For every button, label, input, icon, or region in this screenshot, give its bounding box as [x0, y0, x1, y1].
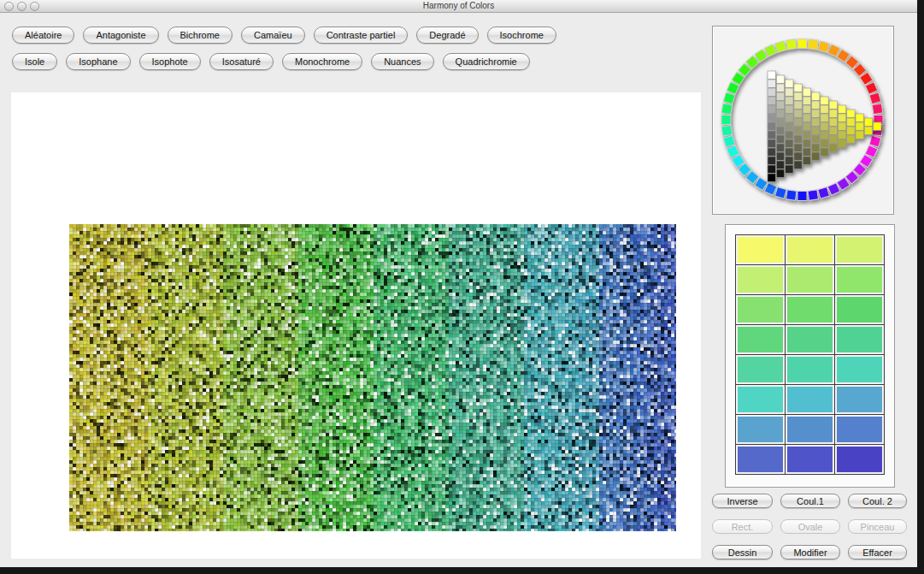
shade-swatch[interactable] [794, 92, 802, 100]
shade-swatch[interactable] [776, 109, 784, 117]
shade-swatch[interactable] [768, 97, 775, 104]
shade-swatch[interactable] [786, 122, 793, 130]
action-button-inverse[interactable]: Inverse [712, 494, 773, 508]
shade-swatch[interactable] [838, 105, 845, 113]
shade-swatch[interactable] [838, 114, 845, 121]
shade-swatch[interactable] [838, 131, 845, 139]
shade-swatch[interactable] [829, 118, 837, 126]
toolbar-button-isosature[interactable]: Isosaturé [209, 53, 274, 70]
shade-swatch[interactable] [821, 105, 828, 113]
shade-swatch[interactable] [768, 114, 775, 121]
shade-swatch[interactable] [803, 139, 810, 147]
shade-swatch[interactable] [803, 122, 810, 130]
shade-swatch[interactable] [847, 118, 855, 126]
hue-swatch[interactable] [872, 104, 882, 114]
palette-swatch-6-2[interactable] [835, 415, 884, 444]
palette-swatch-7-1[interactable] [786, 445, 834, 474]
shade-swatch[interactable] [812, 135, 820, 143]
shade-swatch[interactable] [829, 127, 837, 134]
shade-swatch[interactable] [786, 105, 793, 113]
hue-swatch[interactable] [869, 92, 881, 104]
shade-swatch[interactable] [786, 114, 793, 121]
shade-swatch[interactable] [838, 122, 845, 130]
palette-swatch-3-0[interactable] [736, 325, 785, 354]
shade-swatch[interactable] [768, 165, 775, 173]
shade-swatch[interactable] [776, 144, 784, 151]
shade-swatch[interactable] [776, 161, 784, 169]
shade-swatch[interactable] [786, 97, 793, 104]
shade-swatch[interactable] [786, 148, 793, 156]
shade-swatch[interactable] [794, 161, 802, 169]
hue-swatch[interactable] [775, 41, 787, 53]
shade-swatch[interactable] [803, 114, 810, 121]
palette-swatch-0-2[interactable] [835, 235, 884, 264]
toolbar-button-degrade[interactable]: Degradé [416, 27, 478, 44]
palette-swatch-7-0[interactable] [736, 445, 785, 474]
shade-swatch[interactable] [794, 144, 802, 151]
toolbar-button-aleatoire[interactable]: Aléatoire [12, 27, 74, 44]
palette-swatch-3-1[interactable] [786, 325, 834, 354]
toolbar-button-isole[interactable]: Isole [12, 53, 57, 70]
palette-swatch-0-0[interactable] [736, 235, 785, 264]
shade-swatch[interactable] [812, 109, 820, 117]
shade-swatch[interactable] [776, 127, 784, 134]
toolbar-button-camaieu[interactable]: Camaïeu [241, 27, 305, 44]
shade-swatch[interactable] [874, 122, 881, 130]
shade-swatch[interactable] [776, 101, 784, 109]
toolbar-button-nuances[interactable]: Nuances [371, 53, 433, 70]
shade-swatch[interactable] [768, 131, 775, 139]
hue-swatch[interactable] [723, 92, 735, 104]
shade-swatch[interactable] [821, 114, 828, 121]
palette-swatch-4-2[interactable] [835, 355, 884, 384]
color-wheel[interactable] [713, 27, 892, 212]
palette-swatch-2-1[interactable] [786, 295, 834, 324]
shade-swatch[interactable] [786, 165, 793, 173]
palette-swatch-4-1[interactable] [786, 355, 834, 384]
shade-swatch[interactable] [856, 122, 863, 130]
hue-swatch[interactable] [797, 192, 807, 201]
shade-swatch[interactable] [768, 71, 775, 79]
shade-swatch[interactable] [794, 152, 802, 160]
shade-swatch[interactable] [829, 144, 837, 151]
palette-swatch-2-2[interactable] [835, 295, 884, 324]
palette-swatch-0-1[interactable] [786, 235, 834, 264]
hue-swatch[interactable] [818, 41, 830, 53]
shade-swatch[interactable] [847, 109, 855, 117]
action-button-modifier[interactable]: Modifier [780, 545, 840, 559]
shade-swatch[interactable] [776, 118, 784, 126]
shade-swatch[interactable] [856, 131, 863, 139]
hue-swatch[interactable] [808, 39, 818, 50]
palette-swatch-1-1[interactable] [786, 265, 834, 294]
toolbar-button-contraste-partiel[interactable]: Contraste partiel [314, 27, 409, 44]
shade-swatch[interactable] [803, 131, 810, 139]
shade-swatch[interactable] [812, 152, 820, 160]
palette-swatch-3-2[interactable] [835, 325, 884, 354]
palette-swatch-4-0[interactable] [736, 355, 785, 384]
hue-swatch[interactable] [797, 39, 807, 49]
hue-swatch[interactable] [775, 187, 787, 199]
palette-swatch-6-1[interactable] [786, 415, 834, 444]
shade-swatch[interactable] [776, 169, 784, 177]
action-button-effacer[interactable]: Effacer [848, 545, 907, 559]
toolbar-button-isophote[interactable]: Isophote [139, 53, 201, 70]
shade-swatch[interactable] [794, 135, 802, 143]
shade-swatch[interactable] [794, 101, 802, 109]
toolbar-button-quadrichromie[interactable]: Quadrichromie [443, 53, 530, 70]
palette-swatch-2-0[interactable] [736, 295, 785, 324]
shade-swatch[interactable] [768, 157, 775, 164]
shade-swatch[interactable] [776, 84, 784, 92]
toolbar-button-isophane[interactable]: Isophane [66, 53, 130, 70]
palette-swatch-5-1[interactable] [786, 385, 834, 414]
shade-swatch[interactable] [821, 148, 828, 156]
action-button-coul-2[interactable]: Coul. 2 [848, 494, 907, 508]
shade-swatch[interactable] [768, 80, 775, 87]
drawing-area[interactable] [11, 92, 701, 559]
shade-swatch[interactable] [776, 75, 784, 83]
shade-swatch[interactable] [803, 88, 810, 96]
shade-swatch[interactable] [794, 84, 802, 92]
shade-swatch[interactable] [821, 131, 828, 139]
titlebar[interactable]: Harmony of Colors [0, 0, 917, 13]
shade-swatch[interactable] [821, 122, 828, 130]
shade-swatch[interactable] [803, 148, 810, 156]
shade-swatch[interactable] [829, 135, 837, 143]
